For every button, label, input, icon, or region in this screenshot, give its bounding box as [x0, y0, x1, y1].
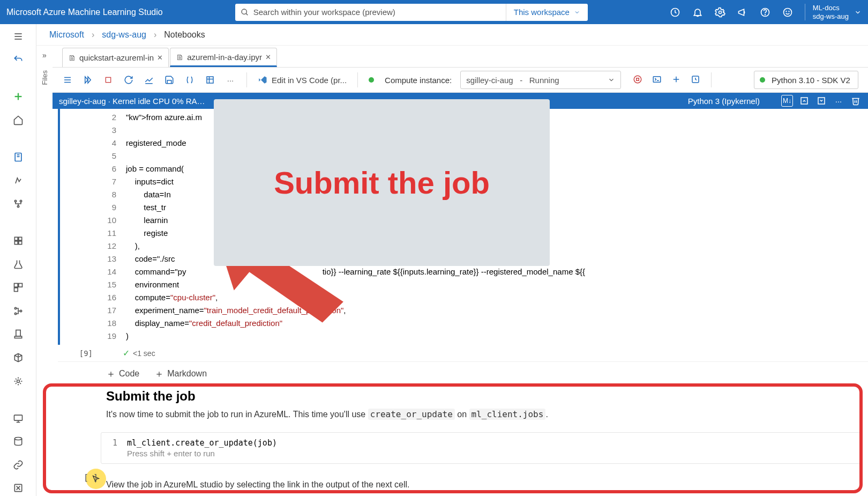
tab-azureml-day[interactable]: 🗎 azureml-in-a-day.ipyr ✕	[170, 48, 277, 67]
kernel-dropdown[interactable]: Python 3.10 - SDK V2	[754, 71, 858, 89]
annotation-text: Submit the job	[274, 165, 490, 201]
svg-rect-24	[14, 284, 18, 287]
compute-dropdown[interactable]: sgilley-ci-aug - Running	[460, 71, 621, 89]
exec-time: <1 sec	[133, 349, 155, 358]
data-icon[interactable]	[9, 233, 28, 249]
back-icon[interactable]	[9, 52, 28, 68]
pipelines-icon[interactable]	[9, 303, 28, 319]
breadcrumb: Microsoft › sdg-ws-aug › Notebooks	[36, 24, 868, 46]
svg-rect-20	[14, 238, 18, 241]
menu-icon[interactable]	[62, 75, 73, 85]
refresh-compute-icon[interactable]	[691, 75, 700, 86]
help-icon[interactable]	[760, 7, 770, 18]
check-icon: ✓	[123, 348, 130, 358]
chevron-down-icon	[608, 76, 615, 84]
add-markdown-button[interactable]: ＋Markdown	[154, 367, 207, 380]
svg-point-36	[14, 438, 21, 440]
crumb-notebooks: Notebooks	[164, 30, 205, 40]
svg-point-8	[789, 11, 789, 11]
svg-point-27	[14, 307, 16, 309]
vscode-icon	[258, 75, 267, 85]
variables-icon[interactable]	[184, 75, 195, 85]
code-cell[interactable]: 1ml_client.create_or_update(job) Press s…	[101, 432, 863, 464]
endpoints-icon[interactable]	[9, 373, 28, 389]
delete-icon[interactable]	[850, 95, 862, 107]
svg-point-29	[20, 310, 21, 312]
terminal-icon[interactable]	[652, 75, 662, 86]
cell-down-icon[interactable]	[815, 95, 827, 107]
add-cell-row: ＋Code ＋Markdown	[58, 362, 868, 386]
svg-rect-49	[653, 76, 661, 82]
datastore-icon[interactable]	[9, 433, 28, 449]
search-input[interactable]: Search within your workspace (preview)	[235, 4, 506, 21]
markdown-cell[interactable]: View the job in AzureML studio by select…	[58, 464, 868, 492]
svg-point-47	[634, 76, 641, 83]
svg-rect-26	[14, 288, 18, 292]
bell-icon[interactable]	[692, 7, 703, 18]
tab-quickstart[interactable]: 🗎 quickstart-azureml-in ✕	[62, 48, 169, 67]
menu-icon[interactable]	[9, 28, 28, 45]
restart-icon[interactable]	[123, 75, 134, 85]
table-icon[interactable]	[205, 75, 215, 85]
save-icon[interactable]	[164, 75, 175, 85]
edit-vscode-button[interactable]: Edit in VS Code (pr...	[258, 75, 347, 85]
svg-point-0	[242, 9, 246, 14]
md-paragraph: It's now time to submit the job to run i…	[106, 409, 868, 419]
cell-up-icon[interactable]	[798, 95, 810, 107]
svg-rect-31	[14, 337, 21, 338]
notebooks-icon[interactable]	[9, 149, 28, 165]
linked-icon[interactable]	[9, 457, 28, 473]
gear-icon[interactable]	[715, 7, 725, 18]
exec-bracket: [ ]	[84, 473, 98, 483]
components-icon[interactable]	[9, 280, 28, 296]
models-icon[interactable]	[9, 350, 28, 366]
md-heading: Submit the job	[106, 389, 868, 404]
environments-icon[interactable]	[9, 327, 28, 343]
kernel-name: Python 3 (Ipykernel)	[688, 97, 760, 106]
svg-point-28	[14, 313, 16, 314]
svg-point-7	[786, 11, 787, 11]
close-icon[interactable]: ✕	[265, 53, 271, 61]
beaker-icon[interactable]	[9, 256, 28, 272]
svg-point-6	[783, 8, 791, 16]
close-icon[interactable]: ✕	[157, 54, 163, 62]
labeling-icon[interactable]	[9, 480, 28, 496]
md-paragraph: View the job in AzureML studio by select…	[106, 480, 868, 490]
left-nav	[0, 24, 36, 496]
automl-icon[interactable]	[9, 173, 28, 189]
account-switcher[interactable]: ML-docs sdg-ws-aug	[805, 4, 862, 20]
svg-rect-48	[637, 78, 639, 80]
stop-icon[interactable]	[103, 75, 114, 85]
clear-icon[interactable]	[144, 75, 154, 85]
more-icon[interactable]: ···	[833, 95, 844, 107]
svg-rect-43	[106, 77, 110, 82]
markdown-toggle[interactable]: M↓	[781, 95, 793, 107]
crumb-workspace[interactable]: sdg-ws-aug	[102, 30, 146, 40]
run-all-icon[interactable]	[83, 75, 93, 85]
plus-icon[interactable]	[9, 89, 28, 105]
status-left: sgilley-ci-aug · Kernel idle CPU 0% RA…	[59, 97, 205, 106]
search-scope-dropdown[interactable]: This workspace	[506, 4, 588, 21]
files-collapse-gutter[interactable]: » Files	[36, 46, 53, 496]
search-placeholder: Search within your workspace (preview)	[253, 8, 395, 17]
crumb-microsoft[interactable]: Microsoft	[49, 30, 84, 40]
cell-output-row: [9] ✓ <1 sec	[58, 345, 868, 362]
chevron-down-icon	[854, 9, 862, 16]
home-icon[interactable]	[9, 112, 28, 128]
chevron-right-icon: »	[42, 51, 47, 60]
stop-compute-icon[interactable]	[633, 75, 642, 86]
designer-icon[interactable]	[9, 196, 28, 212]
compute-status-dot	[369, 77, 374, 83]
add-code-button[interactable]: ＋Code	[106, 367, 139, 380]
notebook-toolbar: ··· Edit in VS Code (pr... Compute insta…	[53, 67, 868, 93]
markdown-cell[interactable]: Submit the job It's now time to submit t…	[58, 386, 868, 421]
run-hint: Press shift + enter to run	[101, 449, 862, 458]
svg-rect-30	[16, 330, 20, 337]
svg-point-5	[765, 14, 765, 14]
megaphone-icon[interactable]	[737, 7, 748, 18]
add-compute-icon[interactable]	[671, 75, 681, 86]
more-icon[interactable]: ···	[225, 75, 236, 85]
compute-icon[interactable]	[9, 410, 28, 426]
clock-icon[interactable]	[670, 7, 680, 18]
smiley-icon[interactable]	[782, 7, 793, 18]
